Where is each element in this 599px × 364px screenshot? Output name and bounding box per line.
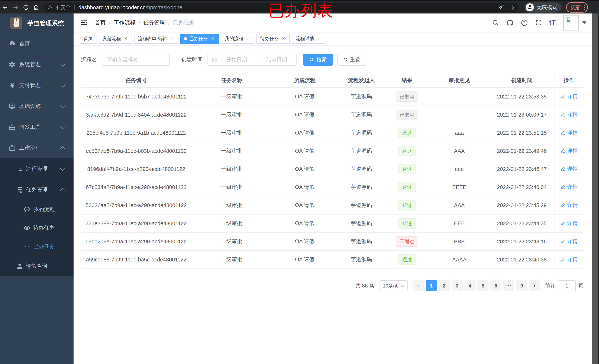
search-button[interactable]: 搜索: [303, 53, 333, 66]
password-key-icon[interactable]: [499, 4, 504, 10]
more-pages-button[interactable]: •••: [503, 280, 514, 291]
start-date-placeholder: 开始日期: [221, 56, 252, 63]
detail-link[interactable]: 详情: [560, 165, 578, 172]
status-badge: 通过: [398, 128, 416, 138]
detail-link[interactable]: 详情: [560, 93, 578, 100]
detail-link[interactable]: 详情: [560, 184, 578, 190]
security-chip[interactable]: 不安全: [48, 4, 70, 11]
detail-link[interactable]: 详情: [560, 147, 578, 154]
chevron-down-icon: [60, 165, 65, 171]
close-icon[interactable]: ×: [210, 36, 215, 41]
tab-start-process[interactable]: 发起流程×: [99, 34, 132, 44]
page-button-9[interactable]: 9: [516, 280, 527, 291]
page-button-1[interactable]: 1: [426, 280, 437, 291]
url-text: dashboard.yudao.iocoder.cn/bpm/task/done: [78, 4, 182, 10]
sidebar-item-leave-query[interactable]: 请假查询: [0, 256, 73, 276]
detail-link[interactable]: 详情: [560, 238, 578, 245]
detail-link[interactable]: 详情: [560, 202, 578, 209]
search-icon: [309, 57, 314, 62]
detail-link[interactable]: 详情: [560, 256, 578, 263]
page-button-5[interactable]: 5: [477, 280, 489, 291]
dashboard-icon: [8, 40, 16, 48]
browser-home-icon[interactable]: [31, 2, 41, 13]
col-task-name: 任务名称: [191, 73, 272, 88]
tab-my-process[interactable]: 我的流程×: [221, 34, 254, 44]
page-scrollbar[interactable]: [592, 13, 599, 364]
next-page-button[interactable]: ›: [529, 280, 540, 291]
prev-page-button[interactable]: ‹: [413, 280, 424, 291]
sidebar-item-infra[interactable]: 基础设施: [0, 96, 73, 116]
chevron-up-icon: [60, 146, 65, 152]
sidebar-item-devtools[interactable]: 研发工具: [0, 116, 73, 137]
eye-open-icon: [23, 224, 31, 232]
breadcrumb-task-mgmt[interactable]: 任务管理: [143, 19, 165, 27]
sidebar-item-system[interactable]: 系统管理: [0, 54, 73, 75]
github-icon[interactable]: [506, 19, 514, 27]
edit-icon: [560, 130, 565, 135]
edit-icon: [560, 203, 565, 208]
close-icon[interactable]: ×: [316, 36, 321, 41]
logo-row[interactable]: 芋道管理系统: [0, 13, 73, 33]
browser-back-icon[interactable]: [0, 2, 10, 13]
tab-todo-tasks[interactable]: 待办任务×: [256, 34, 290, 44]
caret-down-icon: [582, 21, 586, 24]
sidebar-item-payment[interactable]: ¥ 支付管理: [0, 75, 73, 96]
page-button-2[interactable]: 2: [439, 280, 450, 291]
tab-process-detail[interactable]: 流程详情×: [292, 34, 325, 44]
process-name-input[interactable]: [102, 53, 170, 66]
sidebar-item-todo-tasks[interactable]: 待办任务: [0, 219, 73, 237]
breadcrumb-current: 已办任务: [173, 19, 194, 27]
page-button-4[interactable]: 4: [465, 280, 476, 291]
browser-menu-icon[interactable]: [584, 5, 585, 10]
tab-form-edit[interactable]: 流程表单-编辑×: [134, 34, 178, 44]
breadcrumb-home[interactable]: 首页: [95, 19, 106, 27]
close-icon[interactable]: ×: [123, 36, 128, 41]
table-row: 8196daff-7b9a-11ec-a290-acde48001122 一级审…: [81, 160, 583, 178]
tab-done-tasks[interactable]: 已办任务×: [180, 34, 219, 44]
avatar[interactable]: [563, 15, 579, 30]
sidebar-collapse-icon[interactable]: [79, 18, 88, 27]
reset-button[interactable]: 重置: [337, 53, 366, 66]
user-menu[interactable]: [563, 15, 586, 30]
detail-link[interactable]: 详情: [560, 220, 578, 227]
sidebar-item-home[interactable]: 首页: [0, 33, 73, 54]
fullscreen-icon[interactable]: [535, 19, 543, 27]
detail-link[interactable]: 详情: [560, 111, 578, 118]
font-size-icon[interactable]: tT: [549, 19, 556, 27]
sidebar-item-done-tasks[interactable]: 已办任务: [0, 237, 73, 256]
chevron-down-icon: [60, 82, 65, 87]
table-row: a59c9d88-7b99-11ec-ba5c-acde48001122 一级审…: [81, 250, 583, 269]
bookmark-star-icon[interactable]: ☆: [509, 3, 515, 11]
pagination: 共 86 条 10条/页 ‹ 1 2 3 4 5 6 ••• 9 › 前往 页: [81, 280, 583, 291]
close-icon[interactable]: ×: [281, 36, 286, 41]
page-button-6[interactable]: 6: [490, 280, 502, 291]
sidebar-item-process-mgmt[interactable]: 流程管理: [0, 158, 73, 179]
col-created: 创建时间: [489, 73, 554, 88]
edit-icon: [560, 221, 565, 226]
browser-forward-icon[interactable]: [10, 2, 21, 13]
close-icon[interactable]: ×: [169, 36, 174, 41]
incognito-badge: 无痕模式: [524, 2, 561, 13]
date-range-input[interactable]: 开始日期 - 结束日期: [208, 53, 297, 66]
incognito-label: 无痕模式: [537, 4, 557, 11]
detail-link[interactable]: 详情: [560, 129, 578, 136]
filter-form: 流程名 创建时间 开始日期 - 结束日期 搜索 重置: [81, 53, 583, 66]
tab-home[interactable]: 首页: [80, 34, 97, 44]
refresh-icon: [343, 57, 348, 62]
create-time-label: 创建时间: [181, 56, 203, 63]
goto-suffix: 页: [578, 282, 583, 289]
close-icon[interactable]: ×: [245, 36, 251, 41]
col-task-id: 任务编号: [81, 73, 191, 88]
page-size-select[interactable]: 10条/页: [379, 280, 408, 291]
help-icon[interactable]: [520, 19, 529, 27]
sidebar-item-workflow[interactable]: 工作流程: [0, 137, 73, 158]
search-icon[interactable]: [492, 19, 500, 27]
breadcrumb-workflow[interactable]: 工作流程: [114, 19, 135, 27]
browser-reload-icon[interactable]: [21, 2, 31, 13]
col-actions: 操作: [554, 73, 583, 88]
sidebar-item-my-process[interactable]: 我的流程: [0, 200, 73, 219]
page-button-3[interactable]: 3: [452, 280, 463, 291]
sidebar-item-task-mgmt[interactable]: 任务管理: [0, 179, 73, 200]
browser-update-button[interactable]: 更新: [566, 2, 588, 13]
goto-page-input[interactable]: [558, 280, 576, 291]
